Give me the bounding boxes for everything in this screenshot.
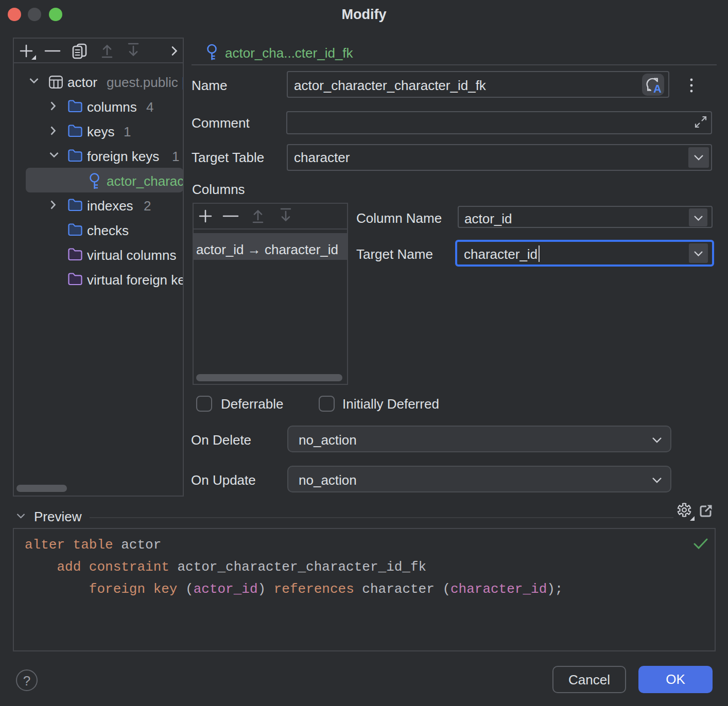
svg-text:A: A: [653, 82, 662, 95]
